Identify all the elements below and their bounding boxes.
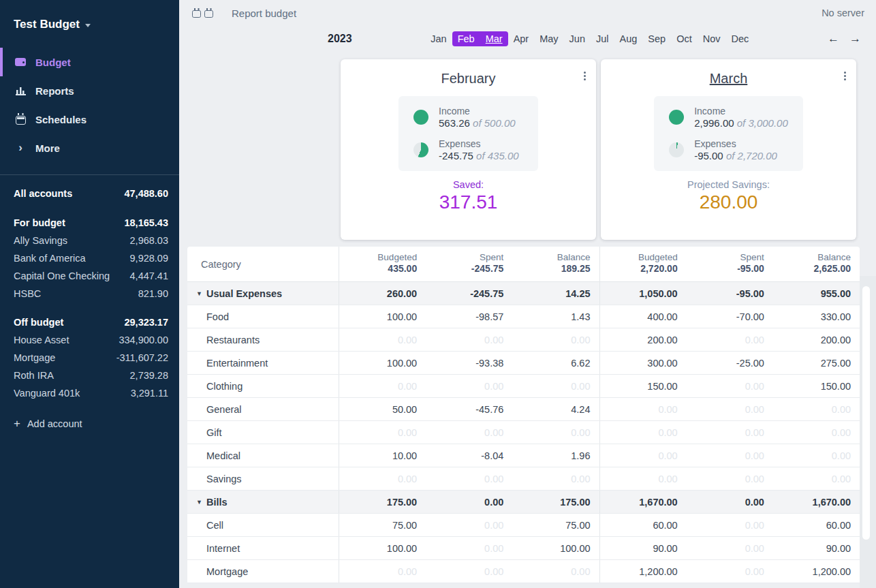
category-row-food[interactable]: Food100.00-98.571.43400.00-70.00330.00 [187,305,860,328]
cell-feb-spent[interactable]: 0.00 [426,328,512,351]
sidebar-item-schedules[interactable]: Schedules [0,105,179,134]
cell-feb-balance[interactable]: 100.00 [512,537,599,559]
budget-file-switcher[interactable]: Test Budget [0,0,179,34]
cell-feb-balance[interactable]: 0.00 [512,375,599,397]
multi-month-view-icon[interactable] [204,10,213,18]
cell-feb-spent[interactable]: -245.75 [426,282,512,305]
cell-mar-spent[interactable]: 0.00 [687,491,773,513]
kebab-menu-icon[interactable] [844,72,846,80]
cell-feb-spent[interactable]: -93.38 [426,352,512,374]
prev-month-arrow-icon[interactable]: ← [828,32,839,46]
cell-mar-balance[interactable]: 60.00 [773,514,860,536]
month-oct[interactable]: Oct [671,31,698,46]
cell-mar-budgeted[interactable]: 0.00 [599,467,687,490]
mar-spent-header[interactable]: Spent-95.00 [687,247,773,281]
cell-feb-budgeted[interactable]: 260.00 [339,282,426,305]
category-row-internet[interactable]: Internet100.000.00100.0090.000.0090.00 [187,537,860,560]
cell-mar-budgeted[interactable]: 0.00 [599,398,687,420]
mar-budgeted-header[interactable]: Budgeted2,720.00 [599,247,687,281]
cell-feb-balance[interactable]: 0.00 [512,560,599,583]
account-house-asset[interactable]: House Asset334,900.00 [14,331,168,349]
cell-mar-balance[interactable]: 0.00 [773,421,860,444]
cell-mar-spent[interactable]: -25.00 [687,352,773,374]
collapse-triangle-icon[interactable]: ▼ [196,290,202,297]
sidebar-item-reports[interactable]: Reports [0,76,179,105]
cell-mar-spent[interactable]: -95.00 [687,282,773,305]
cell-mar-balance[interactable]: 90.00 [773,537,860,559]
collapse-triangle-icon[interactable]: ▼ [196,499,202,506]
account-all-accounts[interactable]: All accounts 47,488.60 [14,185,168,202]
single-month-view-icon[interactable] [192,10,201,18]
cell-mar-budgeted[interactable]: 300.00 [599,352,687,374]
cell-mar-balance[interactable]: 955.00 [773,282,860,305]
cell-feb-balance[interactable]: 75.00 [512,514,599,536]
cell-mar-balance[interactable]: 0.00 [773,444,860,467]
month-nov[interactable]: Nov [698,31,726,46]
cell-feb-budgeted[interactable]: 175.00 [339,491,426,513]
category-row-clothing[interactable]: Clothing0.000.000.00150.000.00150.00 [187,375,860,398]
cell-feb-budgeted[interactable]: 100.00 [339,352,426,374]
cell-feb-budgeted[interactable]: 100.00 [339,305,426,328]
kebab-menu-icon[interactable] [584,72,586,80]
cell-mar-balance[interactable]: 1,200.00 [773,560,860,583]
cell-mar-budgeted[interactable]: 60.00 [599,514,687,536]
month-feb[interactable]: Feb [452,31,480,46]
cell-feb-budgeted[interactable]: 10.00 [339,444,426,467]
cell-mar-spent[interactable]: 0.00 [687,560,773,583]
cell-feb-budgeted[interactable]: 0.00 [339,467,426,490]
scrollbar-thumb[interactable] [862,286,870,540]
cell-feb-budgeted[interactable]: 0.00 [339,560,426,583]
cell-feb-balance[interactable]: 14.25 [512,282,599,305]
cell-mar-budgeted[interactable]: 1,050.00 [599,282,687,305]
cell-mar-balance[interactable]: 150.00 [773,375,860,397]
cell-mar-spent[interactable]: 0.00 [687,328,773,351]
month-card-title[interactable]: March [710,71,748,87]
category-column-header[interactable]: Category [187,247,339,281]
cell-mar-balance[interactable]: 0.00 [773,398,860,420]
sidebar-item-budget[interactable]: Budget [0,48,179,76]
cell-mar-spent[interactable]: 0.00 [687,398,773,420]
cell-mar-spent[interactable]: 0.00 [687,421,773,444]
month-jan[interactable]: Jan [425,31,452,46]
cell-mar-balance[interactable]: 200.00 [773,328,860,351]
cell-mar-spent[interactable]: 0.00 [687,467,773,490]
sidebar-item-more[interactable]: › More [0,134,179,162]
category-row-general[interactable]: General50.00-45.764.240.000.000.00 [187,398,860,421]
cell-feb-balance[interactable]: 175.00 [512,491,599,513]
feb-spent-header[interactable]: Spent-245.75 [426,247,512,281]
category-row-mortgage[interactable]: Mortgage0.000.000.001,200.000.001,200.00 [187,560,860,583]
account-ally-savings[interactable]: Ally Savings2,968.03 [14,232,168,249]
cell-mar-balance[interactable]: 275.00 [773,352,860,374]
cell-feb-spent[interactable]: -8.04 [426,444,512,467]
category-row-medical[interactable]: Medical10.00-8.041.960.000.000.00 [187,444,860,467]
cell-mar-spent[interactable]: 0.00 [687,375,773,397]
cell-feb-budgeted[interactable]: 0.00 [339,375,426,397]
cell-mar-spent[interactable]: 0.00 [687,514,773,536]
feb-budgeted-header[interactable]: Budgeted435.00 [339,247,426,281]
cell-mar-balance[interactable]: 1,670.00 [773,491,860,513]
account-hsbc[interactable]: HSBC821.90 [14,285,168,303]
account-off-budget[interactable]: Off budget29,323.17 [14,313,168,331]
account-vanguard-401k[interactable]: Vanguard 401k3,291.11 [14,384,168,402]
cell-mar-balance[interactable]: 330.00 [773,305,860,328]
cell-feb-balance[interactable]: 4.24 [512,398,599,420]
month-dec[interactable]: Dec [726,31,755,46]
cell-feb-spent[interactable]: 0.00 [426,560,512,583]
cell-mar-spent[interactable]: -70.00 [687,305,773,328]
cell-feb-spent[interactable]: -45.76 [426,398,512,420]
cell-feb-budgeted[interactable]: 0.00 [339,328,426,351]
cell-feb-spent[interactable]: 0.00 [426,421,512,444]
month-aug[interactable]: Aug [614,31,643,46]
category-row-cell[interactable]: Cell75.000.0075.0060.000.0060.00 [187,514,860,537]
next-month-arrow-icon[interactable]: → [849,32,861,46]
category-row-restaurants[interactable]: Restaurants0.000.000.00200.000.00200.00 [187,328,860,352]
month-apr[interactable]: Apr [508,31,535,46]
cell-mar-budgeted[interactable]: 200.00 [599,328,687,351]
category-row-gift[interactable]: Gift0.000.000.000.000.000.00 [187,421,860,444]
cell-feb-balance[interactable]: 0.00 [512,421,599,444]
cell-mar-budgeted[interactable]: 400.00 [599,305,687,328]
cell-mar-balance[interactable]: 0.00 [773,467,860,490]
cell-feb-spent[interactable]: 0.00 [426,467,512,490]
month-mar[interactable]: Mar [480,31,508,46]
budget-type-toggle[interactable]: Report budget [232,7,296,19]
